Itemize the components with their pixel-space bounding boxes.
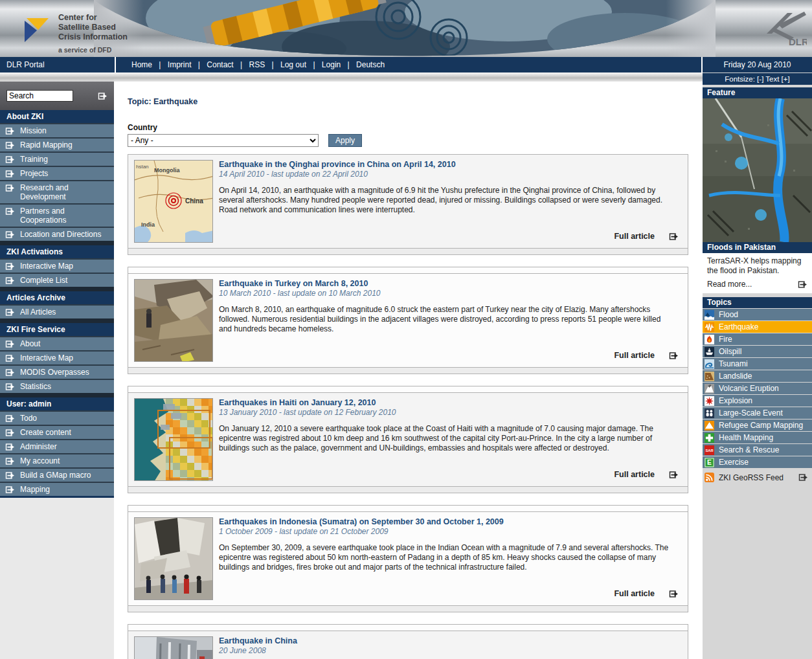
nav-separator: | [343, 60, 354, 69]
topic-row[interactable]: Landslide [703, 370, 812, 382]
full-article-arrow-icon[interactable] [669, 471, 679, 479]
nav-link[interactable]: Deutsch [356, 60, 385, 69]
full-article-arrow-icon[interactable] [669, 590, 679, 598]
georss-feed-row[interactable]: ZKI GeoRSS Feed [703, 473, 812, 482]
nav-link[interactable]: Imprint [168, 60, 192, 69]
sidebar-item[interactable]: Rapid Mapping [0, 137, 114, 151]
feature-header: Feature [703, 87, 812, 98]
link-arrow-icon [5, 127, 14, 135]
turkey-photo-thumbnail[interactable] [134, 279, 213, 362]
dlr-portal-link[interactable]: DLR Portal [0, 57, 115, 73]
full-article-arrow-icon[interactable] [669, 232, 679, 241]
china-photo-thumbnail[interactable] [134, 636, 213, 659]
georss-arrow-icon[interactable] [798, 473, 808, 482]
health-mapping-icon [705, 433, 714, 443]
topic-label: Search & Rescue [719, 445, 779, 454]
sidebar-item-label: Build a GMap macro [20, 471, 91, 480]
topic-row[interactable]: Oilspill [703, 346, 812, 357]
article-title-link[interactable]: Earthquake in the Qinghai province in Ch… [219, 160, 675, 169]
svg-text:China: China [185, 197, 203, 205]
search-go-icon[interactable] [98, 92, 107, 100]
topic-row[interactable]: Explosion [703, 395, 812, 407]
search-input[interactable] [6, 90, 73, 102]
sidebar-item[interactable]: Mission [0, 123, 114, 137]
sidebar-item[interactable]: Research and Development [0, 180, 114, 203]
sidebar-item[interactable]: Projects [0, 166, 114, 180]
nav-link[interactable]: RSS [249, 60, 265, 69]
article-teaser: Earthquakes in Indonesia (Sumatra) on Se… [128, 505, 688, 612]
sidebar-item[interactable]: Mapping [0, 482, 114, 496]
sidebar-item[interactable]: Statistics [0, 379, 114, 393]
link-arrow-icon [5, 443, 14, 451]
article-teaser: Earthquakes in Haiti on January 12, 2010… [128, 386, 688, 493]
fontsize-controls[interactable]: Fontsize: [-] Text [+] [703, 73, 812, 85]
sidebar-menu: About ZKI Mission Rapid Mapping Training [0, 110, 114, 496]
article-date: 10 March 2010 - last update on 10 March … [219, 289, 675, 298]
article-box-base [128, 487, 688, 493]
topic-row[interactable]: SAR Search & Rescue [703, 444, 812, 456]
topic-row[interactable]: Tsunami [703, 358, 812, 370]
topic-row[interactable]: Flood [703, 309, 812, 320]
article-title-link[interactable]: Earthquake in Turkey on March 8, 2010 [219, 279, 675, 288]
article-list: MongoliaChinaIndiahstan Earthquake in th… [128, 154, 688, 659]
article-box: Earthquakes in Indonesia (Sumatra) on Se… [128, 511, 688, 606]
article-title-link[interactable]: Earthquakes in Indonesia (Sumatra) on Se… [219, 517, 675, 526]
earth-satellite-banner-image [94, 0, 716, 57]
link-arrow-icon [5, 184, 14, 192]
full-article-link[interactable]: Full article [614, 232, 655, 241]
sidebar-item[interactable]: Complete List [0, 273, 114, 287]
topic-row[interactable]: Fire [703, 333, 812, 345]
nav-link[interactable]: Login [322, 60, 341, 69]
topic-row[interactable]: Large-Scale Event [703, 407, 812, 419]
haiti-map-thumbnail[interactable] [134, 398, 213, 481]
nav-link[interactable]: Log out [280, 60, 306, 69]
link-arrow-icon [5, 141, 14, 150]
sidebar-item-label: Todo [20, 414, 37, 423]
full-article-link[interactable]: Full article [614, 351, 655, 360]
date-display: Friday 20 Aug 2010 [703, 57, 812, 73]
china-map-thumbnail[interactable]: MongoliaChinaIndiahstan [134, 160, 213, 243]
sidebar-item[interactable]: MODIS Overpasses [0, 364, 114, 379]
read-more-arrow-icon[interactable] [798, 280, 807, 289]
article-title-link[interactable]: Earthquakes in Haiti on January 12, 2010 [219, 398, 675, 407]
country-select[interactable]: - Any - [128, 134, 319, 147]
indonesia-photo-thumbnail[interactable] [134, 517, 213, 600]
sidebar-item[interactable]: Create content [0, 425, 114, 439]
sidebar-item[interactable]: Partners and Cooperations [0, 203, 114, 227]
page-title: Topic: Earthquake [128, 97, 703, 106]
sidebar-item[interactable]: Interactive Map [0, 350, 114, 364]
sidebar-item-label: Interactive Map [20, 262, 73, 271]
full-article-arrow-icon[interactable] [669, 352, 679, 360]
nav-link[interactable]: Home [131, 60, 152, 69]
full-article-link[interactable]: Full article [614, 589, 655, 598]
article-summary: On April 14, 2010, an earthquake with a … [219, 186, 675, 215]
topic-row[interactable]: Refugee Camp Mapping [703, 419, 812, 431]
sidebar-item[interactable]: All Articles [0, 304, 114, 318]
sidebar-item[interactable]: Location and Directions [0, 227, 114, 241]
sidebar-item[interactable]: Todo [0, 410, 114, 425]
article-title-link[interactable]: Earthquake in China [219, 636, 675, 645]
sidebar-section: User: admin Todo Create content Administ… [0, 397, 114, 496]
read-more-link[interactable]: Read more... [707, 280, 752, 289]
dlr-logo[interactable]: DLR [765, 9, 807, 49]
article-box-base [128, 606, 688, 612]
refugee-camp-icon [705, 421, 714, 430]
topic-row[interactable]: Health Mapping [703, 432, 812, 443]
sidebar-item[interactable]: Training [0, 151, 114, 166]
zki-logo[interactable]: Center for Satellite Based Crisis Inform… [22, 13, 128, 54]
sidebar-item[interactable]: Build a GMap macro [0, 467, 114, 482]
topic-row[interactable]: Earthquake [703, 321, 812, 333]
sidebar-item[interactable]: Interactive Map [0, 258, 114, 273]
svg-text:E: E [707, 459, 712, 466]
full-article-link[interactable]: Full article [614, 470, 655, 479]
topic-row[interactable]: E Exercise [703, 456, 812, 468]
topic-row[interactable]: Volcanic Eruption [703, 383, 812, 394]
apply-button[interactable]: Apply [328, 134, 362, 147]
sidebar-item[interactable]: Administer [0, 439, 114, 453]
sidebar-item[interactable]: My account [0, 453, 114, 467]
nav-link[interactable]: Contact [207, 60, 233, 69]
sidebar-item[interactable]: About [0, 336, 114, 350]
sidebar-item-label: Administer [20, 442, 57, 451]
article-summary: On September 30, 2009, a severe earthqua… [219, 543, 675, 572]
sidebar-item-label: Interactive Map [20, 353, 73, 363]
